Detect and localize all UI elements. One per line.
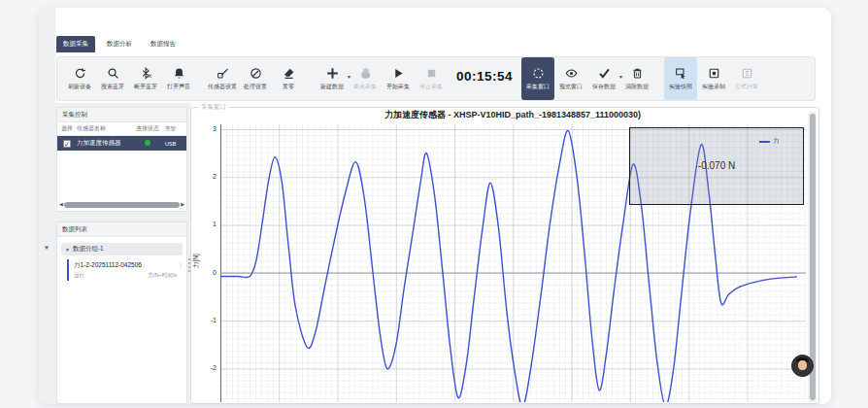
y-axis-ticks: 3210-1-2 [202, 124, 217, 402]
toolbar-button-label: 停止采集 [419, 83, 443, 91]
plus-icon [326, 66, 339, 81]
chart-legend: 力 [759, 137, 780, 146]
scrollbar-thumb[interactable] [64, 202, 180, 208]
data-group-row[interactable]: ▼ 数据分组-1 [61, 243, 183, 255]
sensor-table-header: 选择传感器名称连接状态类型 [57, 122, 186, 136]
start-acquisition-button[interactable]: 开始采集 [382, 57, 415, 100]
acquisition-control-title: 采集控制 [57, 108, 186, 122]
data-item-list: 力1-2-20251112-042506运行力/N~时间/s⋮ [57, 259, 186, 281]
refresh-device-button[interactable]: 刷新设备 [63, 57, 96, 100]
toolbar-button-label: 打开声音 [167, 83, 190, 91]
toolbar-button-label: 处理设置 [244, 83, 267, 91]
check-icon [598, 66, 611, 81]
plot-area[interactable]: -0.070 N 力 [220, 124, 806, 402]
tab-data-report[interactable]: 数据报告 [144, 36, 183, 52]
bell-icon [173, 66, 185, 81]
toolbar-button-label: 公式计算 [735, 83, 758, 91]
play-icon [392, 66, 405, 81]
assistant-avatar-button[interactable] [791, 355, 814, 377]
toolbar-button-label: 实验录制 [702, 83, 725, 91]
data-item-title: 力1-2-20251112-042506 [74, 261, 177, 270]
search-bluetooth-button[interactable]: 搜索蓝牙 [96, 57, 129, 100]
data-item-axes: 力/N~时间/s [149, 272, 178, 279]
avatar-face [798, 360, 807, 370]
toolbar-button-label: 单点采集 [353, 83, 377, 91]
app-window: ▼ 数据采集数据分析数据报告 刷新设备搜索蓝牙断开蓝牙打开声音传感器设置处理设置… [39, 8, 831, 404]
disconnect-bluetooth-button[interactable]: 断开蓝牙 [129, 57, 162, 100]
save-data-button[interactable]: 保存数据▼ [587, 57, 620, 100]
hand-icon [359, 66, 372, 81]
horizontal-scrollbar[interactable]: ◀ ▶ [59, 200, 184, 209]
snapshot-icon [675, 66, 687, 81]
y-tick-label: -1 [202, 317, 217, 323]
toolbar-button-label: 传感器设置 [208, 83, 237, 91]
refresh-icon [74, 66, 86, 81]
toolbar-button-label: 搜索蓝牙 [101, 83, 124, 91]
data-list-title: 数据列表 [57, 222, 186, 237]
legend-line-swatch [759, 141, 770, 143]
scroll-right-icon[interactable]: ▶ [181, 200, 184, 209]
acquisition-timer: 00:15:54 [456, 69, 513, 84]
y-tick-label: 2 [202, 173, 217, 180]
toolbar-right-section: 采集窗口预览窗口保存数据▼清除数据实验快照实验录制公式计算 [521, 57, 763, 100]
experiment-snapshot-button[interactable]: 实验快照 [664, 57, 697, 100]
toolbar-button-label: 预览窗口 [559, 83, 583, 91]
experiment-record-button[interactable]: 实验录制 [697, 57, 730, 100]
measurement-annotation: -0.070 N [698, 160, 735, 171]
toolbar-button-label: 置零 [283, 83, 294, 91]
single-point-button[interactable]: 单点采集 [349, 57, 382, 100]
dashed-circle-icon [532, 66, 545, 81]
y-tick-label: 3 [202, 125, 217, 132]
y-tick-label: 0 [202, 269, 217, 276]
acquisition-window-button[interactable]: 采集窗口 [521, 57, 554, 100]
toolbar-button-label: 开始采集 [386, 83, 410, 91]
sensor-settings-button[interactable]: 传感器设置 [206, 57, 239, 100]
tab-data-analysis[interactable]: 数据分析 [100, 36, 139, 52]
preview-window-button[interactable]: 预览窗口 [554, 57, 587, 100]
scroll-left-icon[interactable]: ◀ [59, 200, 63, 209]
sensor-checkbox[interactable]: ✓ [63, 140, 71, 148]
formula-calc-button[interactable]: 公式计算 [730, 57, 763, 100]
trash-icon [631, 66, 644, 81]
stop-acquisition-button[interactable]: 停止采集 [415, 57, 448, 100]
new-data-button[interactable]: 新建数据▼ [316, 57, 349, 100]
column-header: 选择 [57, 124, 77, 133]
toolbar-button-label: 清除数据 [625, 83, 649, 91]
column-header: 传感器名称 [77, 124, 130, 133]
screen: ▼ 数据采集数据分析数据报告 刷新设备搜索蓝牙断开蓝牙打开声音传感器设置处理设置… [0, 0, 868, 408]
toolbar-button-label: 断开蓝牙 [134, 83, 157, 91]
main-tabbar: 数据采集数据分析数据报告 [56, 34, 183, 52]
record-icon [708, 66, 720, 81]
column-header: 连接状态 [130, 124, 165, 133]
sound-on-button[interactable]: 打开声音 [162, 57, 195, 100]
clear-data-button[interactable]: 清除数据 [620, 57, 653, 100]
item-menu-dots-icon[interactable]: ⋮ [178, 261, 184, 268]
set-zero-button[interactable]: 置零 [272, 57, 305, 100]
y-tick-label: 1 [202, 221, 217, 227]
column-header: 类型 [165, 125, 184, 132]
sensor-table-body: ✓力加速度传感器USB [57, 136, 186, 151]
toolbar-button-label: 新建数据 [320, 83, 344, 91]
eye-icon [565, 66, 578, 81]
sidebar-collapse-button[interactable]: ▼ [44, 245, 50, 251]
chevron-down-icon: ▼ [65, 247, 70, 253]
sensor-name: 力加速度传感器 [77, 139, 130, 148]
y-tick-label: -2 [202, 364, 217, 371]
acquisition-control-panel: 采集控制 选择传感器名称连接状态类型 ✓力加速度传感器USB ◀ ▶ [56, 107, 187, 212]
data-item[interactable]: 力1-2-20251112-042506运行力/N~时间/s⋮ [67, 259, 181, 281]
search-icon [107, 66, 119, 81]
toolbar-button-label: 采集窗口 [526, 83, 550, 91]
stop-icon [425, 66, 438, 81]
data-item-status: 运行 [74, 272, 84, 279]
legend-series-label: 力 [773, 137, 780, 146]
tab-data-acquisition[interactable]: 数据采集 [56, 36, 95, 52]
data-list-panel: 数据列表 ▼ 数据分组-1 力1-2-20251112-042506运行力/N~… [56, 221, 187, 404]
process-settings-button[interactable]: 处理设置 [239, 57, 272, 100]
toolbar-button-label: 保存数据 [592, 83, 616, 91]
bluetooth-off-icon [140, 66, 152, 81]
y-axis-label: 力[N] [192, 254, 201, 268]
compass-icon [250, 66, 262, 81]
status-dot [145, 140, 150, 146]
sensor-row[interactable]: ✓力加速度传感器USB [57, 136, 186, 151]
left-edge-strip: ▼ [39, 8, 55, 404]
